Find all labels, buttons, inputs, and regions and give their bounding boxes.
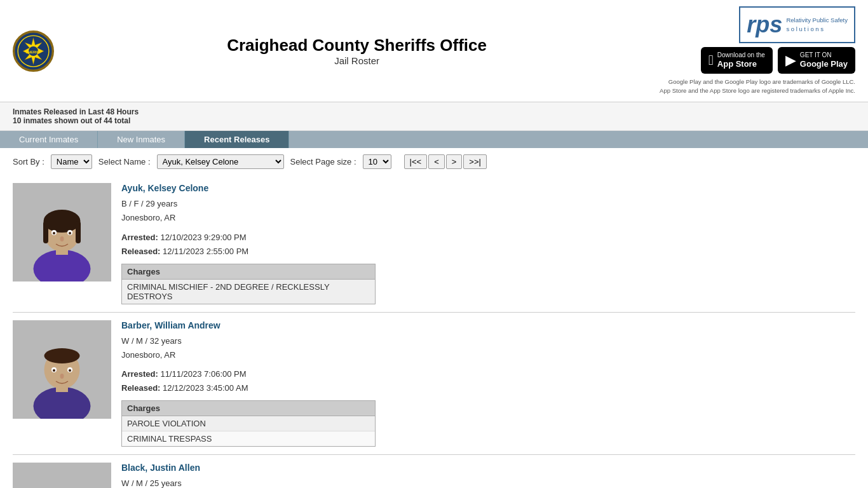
inmate-info: Barber, William Andrew W / M / 32 years … — [121, 320, 855, 447]
svg-point-15 — [69, 232, 71, 234]
googleplay-text: GET IT ON Google Play — [800, 51, 848, 70]
page-size-label: Select Page size : — [290, 157, 356, 166]
charge-row: CRIMINAL MISCHIEF - 2ND DEGREE / RECKLES… — [122, 280, 375, 304]
inmate-photo — [13, 320, 111, 419]
page-size-select[interactable]: 10 25 50 — [363, 154, 391, 169]
sheriff-logo: SHERIFF — [13, 30, 54, 72]
googleplay-button[interactable]: ▶ GET IT ON Google Play — [778, 47, 855, 74]
svg-point-16 — [60, 236, 64, 241]
rps-logo: rps Relativity Public Safetys o l u t i … — [739, 6, 855, 43]
tab-new-inmates[interactable]: New Inmates — [98, 131, 185, 148]
inmate-demographics: W / M / 25 years Jonesboro, AR — [121, 477, 855, 488]
info-bar: Inmates Released in Last 48 Hours 10 inm… — [0, 102, 868, 131]
inmate-row: Black, Justin Allen W / M / 25 years Jon… — [13, 455, 855, 488]
svg-point-26 — [60, 374, 64, 379]
googleplay-icon: ▶ — [785, 52, 796, 69]
appstore-label-top: Download on the — [717, 51, 765, 59]
appstore-button[interactable]:  Download on the App Store — [701, 47, 773, 74]
info-line1: Inmates Released in Last 48 Hours — [13, 107, 855, 116]
pagination: |<< < > >>| — [404, 154, 487, 169]
charges-table: Charges CRIMINAL MISCHIEF - 2ND DEGREE /… — [121, 264, 376, 304]
inmate-photo — [13, 463, 111, 488]
info-line2: 10 inmates shown out of 44 total — [13, 116, 855, 125]
controls-bar: Sort By : Name Select Name : Ayuk, Kelse… — [0, 148, 868, 175]
inmate-row: Barber, William Andrew W / M / 32 years … — [13, 313, 855, 455]
sort-by-label: Sort By : — [13, 157, 44, 166]
charges-header: Charges — [122, 401, 375, 416]
header-right: rps Relativity Public Safetys o l u t i … — [660, 6, 855, 95]
svg-text:SHERIFF: SHERIFF — [25, 50, 41, 53]
apple-icon:  — [709, 52, 714, 69]
sort-by-select[interactable]: Name — [51, 154, 92, 169]
appstore-label-main: App Store — [717, 59, 765, 70]
inmate-info: Ayuk, Kelsey Celone B / F / 29 years Jon… — [121, 183, 855, 304]
tab-current-inmates[interactable]: Current Inmates — [0, 131, 98, 148]
svg-rect-11 — [76, 221, 81, 243]
header-title-block: Craighead County Sheriffs Office Jail Ro… — [54, 36, 660, 66]
charge-row: PAROLE VIOLATION — [122, 416, 375, 431]
rps-tagline: Relativity Public Safetys o l u t i o n … — [786, 16, 848, 34]
tab-recent-releases[interactable]: Recent Releases — [185, 131, 289, 148]
tab-bar: Current Inmates New Inmates Recent Relea… — [0, 131, 868, 148]
office-title: Craighead County Sheriffs Office — [54, 36, 660, 55]
prev-page-button[interactable]: < — [428, 154, 445, 169]
inmate-name[interactable]: Barber, William Andrew — [121, 320, 220, 330]
svg-point-14 — [53, 232, 55, 234]
inmate-list: Ayuk, Kelsey Celone B / F / 29 years Jon… — [0, 175, 868, 488]
svg-rect-10 — [43, 221, 48, 243]
inmate-name[interactable]: Ayuk, Kelsey Celone — [121, 183, 208, 193]
svg-point-21 — [44, 348, 80, 363]
googleplay-label-main: Google Play — [800, 59, 848, 70]
inmate-demographics: B / F / 29 years Jonesboro, AR — [121, 197, 855, 225]
svg-point-24 — [53, 369, 55, 372]
inmate-dates: Arrested: 11/11/2023 7:06:00 PM Released… — [121, 367, 855, 395]
charges-header: Charges — [122, 264, 375, 280]
inmate-dates: Arrested: 12/10/2023 9:29:00 PM Released… — [121, 231, 855, 259]
charges-table: Charges PAROLE VIOLATIONCRIMINAL TRESPAS… — [121, 400, 376, 447]
name-select[interactable]: Ayuk, Kelsey Celone Barber, William Andr… — [157, 154, 284, 169]
select-name-label: Select Name : — [98, 157, 151, 166]
last-page-button[interactable]: >>| — [463, 154, 487, 169]
svg-rect-27 — [13, 463, 111, 488]
next-page-button[interactable]: > — [446, 154, 463, 169]
googleplay-label-top: GET IT ON — [800, 51, 848, 59]
page-header: SHERIFF Craighead County Sheriffs Office… — [0, 0, 868, 102]
inmate-name[interactable]: Black, Justin Allen — [121, 463, 200, 473]
inmate-demographics: W / M / 32 years Jonesboro, AR — [121, 334, 855, 362]
trademark-text: Google Play and the Google Play logo are… — [660, 78, 855, 96]
first-page-button[interactable]: |<< — [404, 154, 428, 169]
rps-r-text: rps — [747, 11, 782, 38]
page-subtitle: Jail Roster — [54, 55, 660, 66]
inmate-photo — [13, 183, 111, 281]
appstore-text: Download on the App Store — [717, 51, 765, 70]
svg-point-9 — [44, 210, 81, 233]
inmate-row: Ayuk, Kelsey Celone B / F / 29 years Jon… — [13, 175, 855, 312]
app-buttons:  Download on the App Store ▶ GET IT ON … — [701, 47, 855, 74]
inmate-info: Black, Justin Allen W / M / 25 years Jon… — [121, 463, 855, 488]
svg-point-25 — [69, 369, 71, 372]
charge-row: CRIMINAL TRESPASS — [122, 431, 375, 446]
